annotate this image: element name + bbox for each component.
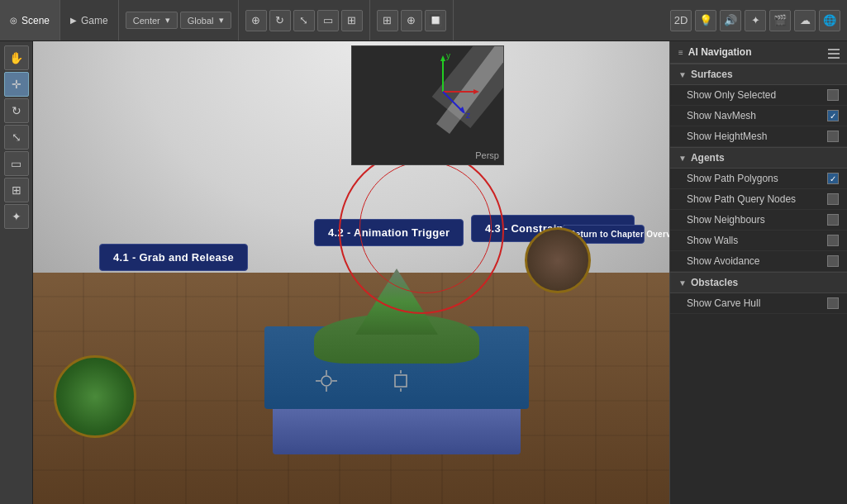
- surfaces-label: Surfaces: [691, 69, 733, 80]
- hand-tool[interactable]: ✋: [4, 45, 29, 70]
- game-tab-icon: ▶: [70, 16, 77, 25]
- svg-rect-5: [395, 375, 407, 387]
- top-toolbar: ◎ Scene ▶ Game Center Global ⊕ ↻ ⤡ ▭ ⊞ ⊞…: [0, 0, 847, 41]
- ai-nav-icon: ≡: [678, 48, 683, 57]
- tab-game[interactable]: ▶ Game: [60, 0, 119, 40]
- scene-tab-icon: ◎: [10, 16, 17, 25]
- svg-point-0: [321, 376, 331, 386]
- transform-toolbar: Center Global: [119, 0, 239, 40]
- tab-group: ◎ Scene ▶ Game: [0, 0, 119, 40]
- island-terrain: [264, 256, 529, 454]
- show-neighbours-check[interactable]: [827, 214, 839, 226]
- nav-anchor-1: [314, 368, 339, 397]
- ai-nav-title: AI Navigation: [688, 46, 752, 58]
- svg-text:z: z: [466, 111, 470, 120]
- tool-icons-toolbar: ⊕ ↻ ⤡ ▭ ⊞: [239, 0, 370, 40]
- transform-tool[interactable]: ⊞: [4, 178, 29, 202]
- effects-btn[interactable]: ✦: [745, 10, 766, 31]
- show-carve-hull-item[interactable]: Show Carve Hull: [670, 293, 847, 314]
- gizmo-area: y z Persp: [351, 45, 504, 165]
- surfaces-section-header[interactable]: ▼ Surfaces: [670, 64, 847, 85]
- center-button[interactable]: Center: [126, 12, 178, 29]
- ai-nav-header: ≡ AI Navigation: [670, 41, 847, 64]
- show-heightmesh-label: Show HeightMesh: [687, 131, 767, 142]
- show-navmesh-check[interactable]: ✓: [827, 110, 839, 121]
- custom-tool[interactable]: ✦: [4, 204, 29, 229]
- agents-section-header[interactable]: ▼ Agents: [670, 147, 847, 169]
- view-toolbar: ⊞ ⊕ 🔲: [370, 0, 454, 40]
- show-walls-item[interactable]: Show Walls: [670, 231, 847, 251]
- show-only-selected-label: Show Only Selected: [687, 89, 776, 101]
- global-btn[interactable]: 🌐: [819, 10, 840, 31]
- show-navmesh-label: Show NavMesh: [687, 110, 756, 121]
- island-base: [273, 405, 521, 454]
- show-walls-check[interactable]: [827, 235, 839, 246]
- show-path-polygons-check[interactable]: ✓: [827, 173, 839, 184]
- agents-label: Agents: [691, 152, 725, 164]
- layer-btn[interactable]: ☁: [794, 10, 816, 31]
- label-card-1[interactable]: 4.1 - Grab and Release: [99, 244, 248, 271]
- game-tab-label: Game: [81, 15, 108, 26]
- gizmo-label: Persp: [475, 150, 499, 160]
- svg-marker-11: [440, 55, 445, 61]
- view-2d-btn[interactable]: 2D: [670, 10, 692, 31]
- nav-anchor-2: [388, 368, 413, 397]
- scale-tool-btn[interactable]: ⤡: [293, 10, 315, 31]
- grid-toggle-btn[interactable]: ⊞: [377, 10, 398, 31]
- obstacles-arrow: ▼: [678, 278, 687, 288]
- rotate-tool-btn[interactable]: ↻: [269, 10, 291, 31]
- show-path-query-nodes-check[interactable]: [827, 193, 839, 205]
- camera-btn[interactable]: 🎬: [769, 10, 791, 31]
- left-sidebar: ✋ ✛ ↻ ⤡ ▭ ⊞ ✦: [0, 41, 33, 504]
- obstacles-section-header[interactable]: ▼ Obstacles: [670, 272, 847, 293]
- obstacles-label: Obstacles: [691, 277, 738, 288]
- scale-tool[interactable]: ⤡: [4, 125, 29, 150]
- island-mountain: [355, 269, 438, 335]
- show-heightmesh-item[interactable]: Show HeightMesh: [670, 126, 847, 147]
- tab-scene[interactable]: ◎ Scene: [0, 0, 60, 40]
- show-carve-hull-label: Show Carve Hull: [687, 297, 760, 309]
- lighting-btn[interactable]: 💡: [695, 10, 716, 31]
- show-avoidance-item[interactable]: Show Avoidance: [670, 251, 847, 272]
- show-neighbours-label: Show Neighbours: [687, 214, 765, 226]
- snap-toggle-btn[interactable]: 🔲: [425, 10, 446, 31]
- show-only-selected-item[interactable]: Show Only Selected: [670, 85, 847, 106]
- gizmo-toggle-btn[interactable]: ⊕: [401, 10, 422, 31]
- ai-nav-panel: ≡ AI Navigation ▼ Surfaces Show Only Sel…: [669, 41, 847, 504]
- show-carve-hull-check[interactable]: [827, 297, 839, 309]
- hamburger-line-2: [828, 53, 840, 55]
- show-avoidance-check[interactable]: [827, 255, 839, 267]
- audio-btn[interactable]: 🔊: [720, 10, 741, 31]
- show-neighbours-item[interactable]: Show Neighbours: [670, 210, 847, 231]
- grass-platform: [54, 355, 136, 438]
- rect-tool-btn[interactable]: ▭: [317, 10, 339, 31]
- global-button[interactable]: Global: [180, 12, 231, 29]
- label-card-2[interactable]: 4.2 - Animation Trigger: [314, 219, 464, 246]
- show-navmesh-item[interactable]: Show NavMesh ✓: [670, 106, 847, 126]
- surfaces-arrow: ▼: [678, 70, 687, 79]
- show-path-query-nodes-label: Show Path Query Nodes: [687, 193, 796, 205]
- agents-arrow: ▼: [678, 154, 687, 163]
- transform-tool-btn[interactable]: ⊞: [341, 10, 363, 31]
- svg-text:y: y: [446, 51, 450, 60]
- move-tool-btn[interactable]: ⊕: [245, 10, 267, 31]
- show-walls-label: Show Walls: [687, 235, 738, 246]
- rotate-tool[interactable]: ↻: [4, 98, 29, 123]
- show-path-query-nodes-item[interactable]: Show Path Query Nodes: [670, 189, 847, 210]
- scene-tab-label: Scene: [21, 15, 50, 26]
- move-tool[interactable]: ✛: [4, 72, 29, 97]
- hamburger-line-3: [828, 57, 840, 59]
- brown-platform: [525, 227, 591, 293]
- viewport[interactable]: 4.1 - Grab and Release 4.2 - Animation T…: [33, 41, 682, 504]
- show-heightmesh-check[interactable]: [827, 131, 839, 142]
- rect-tool[interactable]: ▭: [4, 151, 29, 176]
- show-path-polygons-item[interactable]: Show Path Polygons ✓: [670, 169, 847, 189]
- show-only-selected-check[interactable]: [827, 89, 839, 101]
- toolbar-right: 2D 💡 🔊 ✦ 🎬 ☁ 🌐: [670, 10, 847, 31]
- hamburger-line-1: [828, 49, 840, 50]
- gizmo-svg: y z: [352, 46, 504, 165]
- panel-menu-btn[interactable]: [825, 45, 843, 62]
- show-avoidance-label: Show Avoidance: [687, 255, 760, 267]
- show-path-polygons-label: Show Path Polygons: [687, 173, 778, 184]
